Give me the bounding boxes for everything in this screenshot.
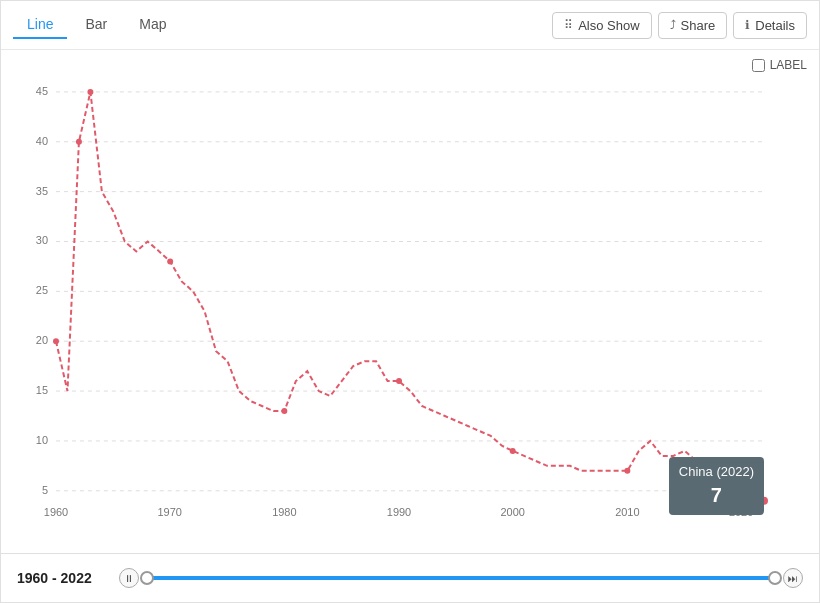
speed-button[interactable]: ⏭ <box>783 568 803 588</box>
play-pause-button[interactable]: ⏸ <box>119 568 139 588</box>
tab-map[interactable]: Map <box>125 11 180 39</box>
share-button[interactable]: ⤴ Share <box>658 12 728 39</box>
chart-area: LABEL 5 10 15 20 25 30 35 40 45 <box>1 50 819 553</box>
grid-icon: ⠿ <box>564 18 573 32</box>
svg-text:20: 20 <box>36 335 48 347</box>
details-label: Details <box>755 18 795 33</box>
info-icon: ℹ <box>745 18 750 32</box>
china-line <box>56 92 764 501</box>
also-show-label: Also Show <box>578 18 639 33</box>
data-point <box>87 89 93 95</box>
svg-text:30: 30 <box>36 235 48 247</box>
svg-text:1990: 1990 <box>387 506 411 518</box>
data-point <box>624 468 630 474</box>
tooltip-value: 7 <box>679 481 754 509</box>
also-show-button[interactable]: ⠿ Also Show <box>552 12 651 39</box>
slider-left-thumb[interactable] <box>140 571 154 585</box>
label-text: LABEL <box>770 58 807 72</box>
svg-text:15: 15 <box>36 384 48 396</box>
label-checkbox-row: LABEL <box>752 58 807 72</box>
tooltip-country: China <box>679 464 713 479</box>
data-point <box>167 259 173 265</box>
details-button[interactable]: ℹ Details <box>733 12 807 39</box>
bottom-bar: 1960 - 2022 ⏸ ⏭ <box>1 553 819 602</box>
toolbar-right: ⠿ Also Show ⤴ Share ℹ Details <box>552 12 807 39</box>
slider-container: ⏸ ⏭ <box>119 568 803 588</box>
app-container: Line Bar Map ⠿ Also Show ⤴ Share ℹ Detai… <box>0 0 820 603</box>
svg-text:10: 10 <box>36 434 48 446</box>
svg-text:5: 5 <box>42 484 48 496</box>
share-icon: ⤴ <box>670 18 676 32</box>
data-point <box>281 408 287 414</box>
tab-line[interactable]: Line <box>13 11 67 39</box>
svg-text:1970: 1970 <box>157 506 181 518</box>
label-checkbox[interactable] <box>752 59 765 72</box>
tooltip-year: 2022 <box>721 464 750 479</box>
tooltip-country-year: China (2022) <box>679 463 754 481</box>
year-range: 1960 - 2022 <box>17 570 107 586</box>
share-label: Share <box>681 18 716 33</box>
chart-svg: 5 10 15 20 25 30 35 40 45 1960 1970 1980… <box>56 60 764 523</box>
tab-group: Line Bar Map <box>13 11 181 39</box>
svg-text:45: 45 <box>36 85 48 97</box>
data-point <box>76 139 82 145</box>
tooltip-box: China (2022) 7 <box>669 457 764 515</box>
timeline-slider[interactable] <box>147 576 775 580</box>
toolbar: Line Bar Map ⠿ Also Show ⤴ Share ℹ Detai… <box>1 1 819 50</box>
data-point <box>53 339 59 345</box>
slider-right-thumb[interactable] <box>768 571 782 585</box>
data-point <box>396 378 402 384</box>
svg-text:1960: 1960 <box>44 506 68 518</box>
svg-text:25: 25 <box>36 285 48 297</box>
svg-text:1980: 1980 <box>272 506 296 518</box>
data-point <box>510 448 516 454</box>
svg-text:2000: 2000 <box>501 506 525 518</box>
svg-text:40: 40 <box>36 135 48 147</box>
svg-text:35: 35 <box>36 185 48 197</box>
svg-text:2010: 2010 <box>615 506 639 518</box>
tab-bar[interactable]: Bar <box>71 11 121 39</box>
